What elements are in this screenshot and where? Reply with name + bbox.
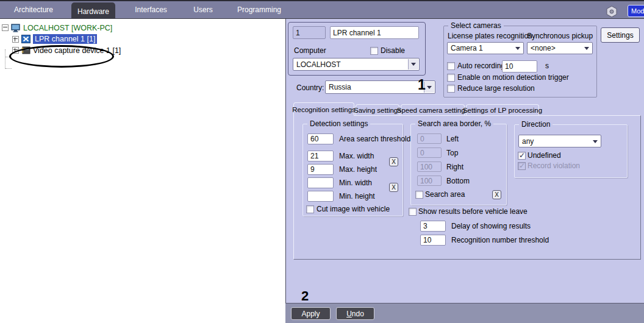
computer-select[interactable]: LOCALHOST: [293, 58, 420, 71]
menu-tab-users[interactable]: Users: [185, 1, 221, 18]
menu-tab-hardware[interactable]: Hardware: [71, 2, 115, 20]
min-width-field[interactable]: [307, 177, 334, 188]
tree-node-label[interactable]: Video capture device 1 [1]: [33, 46, 121, 55]
max-height-label: Max. height: [339, 165, 377, 174]
min-width-label: Min. width: [339, 179, 372, 187]
motion-trigger-label: Enable on motion detection trigger: [457, 73, 569, 82]
apply-button[interactable]: Apply: [291, 307, 331, 320]
lpr-camera-label: License plates recognition: [448, 32, 532, 40]
area-search-threshold-field[interactable]: [307, 133, 334, 144]
clear-search-area-button[interactable]: X: [492, 190, 501, 199]
tab-speed-camera-settings[interactable]: Speed camera settings: [401, 104, 465, 115]
computer-select-value: LOCALHOST: [296, 60, 341, 69]
country-label: Country:: [296, 83, 324, 92]
sync-pickup-label: Synchronous pickup: [527, 32, 593, 40]
disable-checkbox[interactable]: [370, 47, 378, 55]
border-right-field: [417, 162, 442, 172]
auto-recording-checkbox[interactable]: [447, 62, 455, 70]
min-height-label: Min. height: [339, 192, 375, 201]
expand-icon[interactable]: [12, 36, 19, 43]
record-violation-checkbox: [518, 162, 526, 170]
delay-label: Delay of showing results: [451, 222, 531, 230]
lpr-camera-select[interactable]: Camera 1: [447, 42, 524, 54]
tab-saving-settings[interactable]: Saving settings: [356, 104, 399, 115]
sync-pickup-select[interactable]: <none>: [527, 42, 593, 54]
max-width-field[interactable]: [307, 151, 334, 162]
threshold-field[interactable]: [420, 235, 446, 246]
direction-title: Direction: [519, 120, 553, 129]
disable-label: Disable: [381, 46, 405, 55]
search-area-checkbox[interactable]: [415, 191, 423, 199]
menu-tab-architecture[interactable]: Architecture: [6, 1, 61, 18]
border-right-label: Right: [446, 163, 463, 171]
chevron-down-icon: [584, 47, 589, 50]
chevron-down-icon[interactable]: [408, 59, 418, 69]
area-search-threshold-label: Area search threshold: [339, 135, 410, 143]
clear-min-size-button[interactable]: X: [389, 183, 398, 192]
modules-icon[interactable]: [605, 5, 618, 18]
tree-node-label[interactable]: LPR channel 1 [1]: [33, 34, 97, 44]
menu-tab-programming[interactable]: Programming: [232, 1, 287, 18]
module-button[interactable]: Mod: [628, 5, 644, 17]
undefined-label: Undefined: [528, 151, 561, 160]
reduce-resolution-label: Reduce large resolution: [457, 84, 535, 93]
expand-icon[interactable]: [12, 47, 19, 54]
undo-button[interactable]: Undo: [336, 307, 374, 320]
select-cameras-title: Select cameras: [448, 21, 504, 30]
show-results-checkbox[interactable]: [409, 208, 417, 216]
search-area-border-title: Search area border, %: [415, 119, 493, 128]
collapse-icon[interactable]: [2, 24, 9, 31]
auto-recording-time-field[interactable]: [502, 60, 537, 73]
direction-select-value: any: [522, 137, 534, 146]
border-top-label: Top: [446, 149, 458, 157]
application-window: Architecture Hardware Interfaces Users P…: [0, 0, 644, 323]
delay-field[interactable]: [420, 221, 446, 232]
detection-settings-title: Detection settings: [307, 119, 370, 128]
border-left-label: Left: [446, 135, 459, 143]
annotation-marker-2: 2: [301, 288, 309, 304]
lpr-camera-select-value: Camera 1: [451, 44, 483, 52]
menu-tab-interfaces[interactable]: Interfaces: [125, 1, 177, 18]
sync-pickup-select-value: <none>: [531, 44, 556, 52]
tree-node-label[interactable]: LOCALHOST [WORK-PC]: [23, 24, 112, 32]
country-select-value: Russia: [329, 83, 351, 91]
monitor-icon: [11, 24, 21, 32]
min-height-field[interactable]: [307, 191, 334, 202]
record-violation-label: Record violation: [528, 162, 580, 170]
tab-recognition-settings[interactable]: Recognition settings: [293, 102, 354, 116]
max-height-field[interactable]: [307, 164, 334, 175]
direction-select[interactable]: any: [518, 135, 601, 147]
tree-connector: [5, 49, 5, 69]
channel-id-field[interactable]: [293, 26, 326, 39]
hardware-tree: LOCALHOST [WORK-PC] LPR channel 1 [1] Vi…: [0, 19, 285, 323]
border-top-field: [417, 147, 442, 158]
tree-node-localhost[interactable]: LOCALHOST [WORK-PC]: [2, 23, 112, 33]
motion-trigger-checkbox[interactable]: [447, 74, 455, 82]
undefined-checkbox[interactable]: [518, 152, 526, 160]
cut-image-label: Cut image with vehicle: [317, 205, 390, 213]
channel-name-field[interactable]: [330, 26, 419, 39]
undo-rest: ndo: [352, 310, 364, 318]
tree-node-lpr-channel[interactable]: LPR channel 1 [1]: [12, 34, 97, 44]
tree-node-video-device[interactable]: Video capture device 1 [1]: [12, 45, 121, 55]
tab-lp-processing-settings[interactable]: Settings of LP processing: [466, 104, 539, 115]
settings-button[interactable]: Settings: [601, 27, 640, 43]
tree-connector: [5, 57, 12, 57]
seconds-label: s: [545, 62, 549, 70]
tree-connector: [5, 68, 12, 69]
border-bottom-field: [417, 176, 442, 186]
clear-max-size-button[interactable]: X: [389, 157, 398, 166]
chevron-down-icon: [593, 140, 598, 143]
annotation-marker-1: 1: [418, 77, 426, 93]
video-device-icon: [21, 46, 30, 54]
cut-image-checkbox[interactable]: [306, 205, 314, 213]
show-results-label: Show results before vehicle leave: [418, 207, 528, 216]
undo-accelerator: U: [346, 310, 352, 318]
lpr-channel-icon: [21, 35, 30, 43]
threshold-label: Recognition number threshold: [451, 236, 549, 244]
reduce-resolution-checkbox[interactable]: [447, 85, 455, 93]
border-left-field: [417, 133, 442, 144]
chevron-down-icon: [515, 47, 520, 50]
main-menu-bar: Architecture Hardware Interfaces Users P…: [0, 0, 644, 19]
computer-label: Computer: [294, 46, 326, 55]
